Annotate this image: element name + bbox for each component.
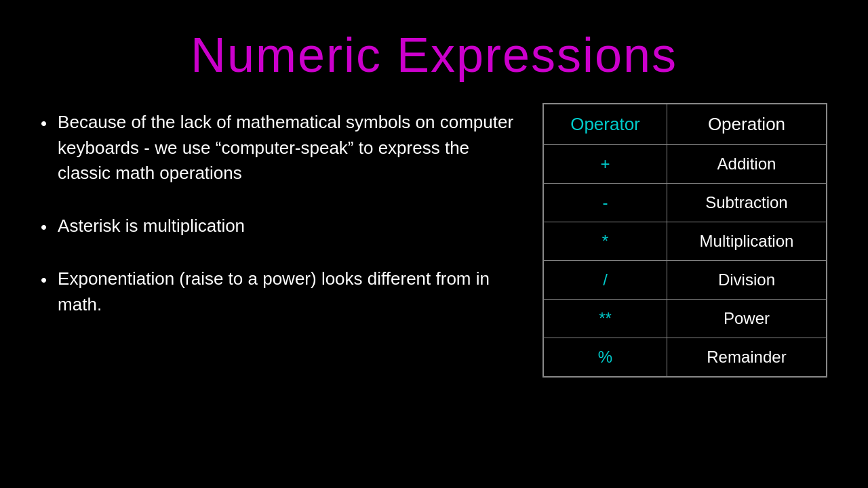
operation-name: Addition [667, 145, 827, 184]
table-row: **Power [543, 300, 827, 338]
operation-name: Division [667, 261, 827, 300]
operation-name: Subtraction [667, 184, 827, 222]
operators-table: Operator Operation +Addition-Subtraction… [542, 103, 827, 378]
operators-table-container: Operator Operation +Addition-Subtraction… [542, 103, 827, 378]
table-row: *Multiplication [543, 222, 827, 261]
operator-symbol: ** [543, 300, 667, 338]
content-area: • Because of the lack of mathematical sy… [0, 103, 868, 378]
operation-name: Power [667, 300, 827, 338]
operation-name: Multiplication [667, 222, 827, 261]
operator-symbol: - [543, 184, 667, 222]
bullet-item-2: • Asterisk is multiplication [41, 214, 515, 239]
table-row: %Remainder [543, 338, 827, 378]
table-row: -Subtraction [543, 184, 827, 222]
bullet-text-1: Because of the lack of mathematical symb… [58, 110, 515, 186]
table-row: /Division [543, 261, 827, 300]
bullet-dot-2: • [41, 215, 47, 239]
operator-symbol: * [543, 222, 667, 261]
col-header-operation: Operation [667, 104, 827, 145]
operation-name: Remainder [667, 338, 827, 378]
operator-symbol: % [543, 338, 667, 378]
operator-symbol: + [543, 145, 667, 184]
bullet-text-3: Exponentiation (raise to a power) looks … [58, 266, 515, 317]
bullet-item-1: • Because of the lack of mathematical sy… [41, 110, 515, 186]
table-header-row: Operator Operation [543, 104, 827, 145]
col-header-operator: Operator [543, 104, 667, 145]
bullet-item-3: • Exponentiation (raise to a power) look… [41, 266, 515, 317]
bullet-dot-3: • [41, 268, 47, 292]
bullet-text-2: Asterisk is multiplication [58, 214, 245, 239]
table-row: +Addition [543, 145, 827, 184]
bullets-section: • Because of the lack of mathematical sy… [41, 103, 515, 345]
bullet-dot-1: • [41, 111, 47, 136]
page-title: Numeric Expressions [191, 27, 677, 83]
operator-symbol: / [543, 261, 667, 300]
